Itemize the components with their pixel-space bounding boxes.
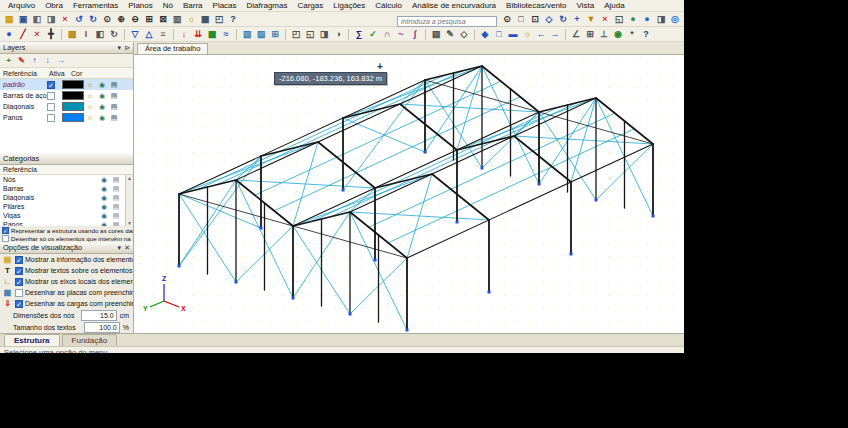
categories-scrollbar[interactable]: ▲▼ — [125, 175, 133, 226]
supports-icon[interactable]: ▽ — [129, 28, 141, 40]
scroll-down-icon[interactable]: ▼ — [127, 220, 132, 226]
table-icon[interactable]: ▦ — [199, 13, 211, 25]
zoom-region-icon[interactable]: ⊡ — [529, 13, 541, 25]
render-globe-icon[interactable]: ● — [627, 13, 639, 25]
menu-vista[interactable]: Vista — [572, 1, 600, 10]
category-row[interactable]: Panos◉▤ — [0, 220, 133, 226]
visibility-icon[interactable]: ◉ — [96, 103, 108, 111]
new-bar-icon[interactable]: ╱ — [17, 28, 29, 40]
visibility-icon[interactable]: ◉ — [98, 212, 110, 220]
visibility-icon[interactable]: ◉ — [98, 203, 110, 211]
visibility-tool-icon[interactable]: ◉ — [612, 28, 624, 40]
move-layer-up-icon[interactable]: ↑ — [29, 55, 40, 66]
option-checkbox[interactable]: ✓ — [15, 256, 23, 264]
view-front-icon[interactable]: □ — [493, 28, 505, 40]
scroll-up-icon[interactable]: ▲ — [127, 175, 132, 181]
orbit-icon[interactable]: ↻ — [557, 13, 569, 25]
brightness-icon[interactable]: ☼ — [84, 114, 96, 121]
canvas[interactable]: ZXY -216.080, -183.236, 163.832 m + — [134, 55, 684, 333]
edit-layer-icon[interactable]: ✎ — [16, 55, 27, 66]
menu-ajuda[interactable]: Ajuda — [599, 1, 629, 10]
menu-ferramentas[interactable]: Ferramentas — [68, 1, 123, 10]
load-cases-icon[interactable]: ▦ — [206, 28, 218, 40]
move-node-icon[interactable]: ╋ — [45, 28, 57, 40]
snapshot-icon[interactable]: ◱ — [613, 13, 625, 25]
isometric-view-icon[interactable]: ◇ — [543, 13, 555, 25]
menu-c-lculo[interactable]: Cálculo — [370, 1, 407, 10]
wind-load-icon[interactable]: ≈ — [220, 28, 232, 40]
import-icon[interactable]: ◧ — [31, 13, 43, 25]
new-file-icon[interactable]: ▤ — [3, 13, 15, 25]
section-icon[interactable]: I — [80, 28, 92, 40]
menu-diafragmas[interactable]: Diafragmas — [242, 1, 293, 10]
option-checkbox[interactable]: ✓ — [2, 227, 9, 234]
visibility-icon[interactable]: ◉ — [96, 114, 108, 122]
layer-row[interactable]: Barras de aço☼◉▤ — [0, 90, 133, 101]
export-dxf-icon[interactable]: ◇ — [458, 28, 470, 40]
measure-icon[interactable]: ∠ — [570, 28, 582, 40]
chevron-down-icon[interactable]: ▾ — [118, 244, 122, 252]
visibility-icon[interactable]: ◉ — [98, 194, 110, 202]
view-top-icon[interactable]: ▬ — [507, 28, 519, 40]
view-option[interactable]: ∟✓Mostrar os eixos locais dos elementos — [0, 276, 133, 287]
layer-color-swatch[interactable] — [62, 113, 84, 122]
next-view-icon[interactable]: → — [549, 28, 561, 40]
refresh-view-icon[interactable]: ☼ — [521, 28, 533, 40]
workspace-tab[interactable]: Área de trabalho — [137, 43, 208, 54]
menu-obra[interactable]: Obra — [40, 1, 68, 10]
visibility-icon[interactable]: ◉ — [98, 176, 110, 184]
drawings-icon[interactable]: ✎ — [444, 28, 456, 40]
menu-bibliotecas-vento[interactable]: Bibliotecas/vento — [501, 1, 571, 10]
print-icon[interactable]: ▤ — [110, 185, 122, 193]
print-icon[interactable]: ▤ — [110, 203, 122, 211]
menu-n-[interactable]: Nó — [158, 1, 178, 10]
print-icon[interactable]: ▤ — [108, 103, 120, 111]
layer-active-checkbox[interactable]: ✓ — [47, 81, 55, 89]
selection-rectangle-icon[interactable]: □ — [515, 13, 527, 25]
option-checkbox[interactable]: ✓ — [15, 300, 23, 308]
delete-element-icon[interactable]: × — [31, 28, 43, 40]
undo-icon[interactable]: ↺ — [73, 13, 85, 25]
ties-icon[interactable]: ≡ — [157, 28, 169, 40]
layer-row[interactable]: Diagonais☼◉▤ — [0, 101, 133, 112]
view-option[interactable]: T✓Mostrar textos sobre os elementos — [0, 265, 133, 276]
menu-an-lise-de-encurvadura[interactable]: Análise de encurvadura — [407, 1, 501, 10]
distributed-load-icon[interactable]: ⇊ — [192, 28, 204, 40]
option-checkbox[interactable]: ✓ — [15, 267, 23, 275]
copy-icon[interactable]: ◨ — [318, 28, 330, 40]
print-icon[interactable]: ▤ — [110, 212, 122, 220]
view-option[interactable]: ▦Desenhar as placas com preenchimento — [0, 287, 133, 298]
category-row[interactable]: Pilares◉▤ — [0, 202, 133, 211]
elastic-supports-icon[interactable]: △ — [143, 28, 155, 40]
categories-option[interactable]: ✓Representar a estrutura usando as cores… — [0, 226, 133, 234]
rename-layer-icon[interactable]: → — [55, 55, 66, 66]
plates-tool-icon[interactable]: ▧ — [241, 28, 253, 40]
filter-icon[interactable]: ▼ — [585, 13, 597, 25]
export-icon[interactable]: ◨ — [45, 13, 57, 25]
zoom-window-icon[interactable]: ⊞ — [143, 13, 155, 25]
zoom-in-icon[interactable]: ⊕ — [115, 13, 127, 25]
categories-option[interactable]: Desenhar só os elementos que intervêm na… — [0, 234, 133, 242]
category-row[interactable]: Nós◉▤ — [0, 175, 133, 184]
deformed-shape-icon[interactable]: ~ — [395, 28, 407, 40]
layer-active-checkbox[interactable] — [47, 114, 55, 122]
mirror-icon[interactable]: ◑ — [332, 28, 344, 40]
redo-icon[interactable]: ↻ — [87, 13, 99, 25]
view-3d-icon[interactable]: ◈ — [479, 28, 491, 40]
visibility-icon[interactable]: ◉ — [98, 185, 110, 193]
options-icon[interactable]: * — [626, 28, 638, 40]
brightness-icon[interactable]: ☼ — [84, 103, 96, 110]
print-icon[interactable]: ▤ — [110, 176, 122, 184]
category-row[interactable]: Vigas◉▤ — [0, 211, 133, 220]
menu-planos[interactable]: Planos — [123, 1, 157, 10]
print-icon[interactable]: ▤ — [110, 194, 122, 202]
visibility-icon[interactable]: ◉ — [96, 81, 108, 89]
category-row[interactable]: Diagonais◉▤ — [0, 193, 133, 202]
layer-color-swatch[interactable] — [62, 80, 84, 89]
layer-row[interactable]: Panos☼◉▤ — [0, 112, 133, 123]
visibility-icon[interactable]: ◉ — [96, 92, 108, 100]
zoom-extents-icon[interactable]: ⊠ — [157, 13, 169, 25]
zoom-out-icon[interactable]: ⊖ — [129, 13, 141, 25]
option-checkbox[interactable]: ✓ — [15, 278, 23, 286]
material-icon[interactable]: ▤ — [66, 28, 78, 40]
